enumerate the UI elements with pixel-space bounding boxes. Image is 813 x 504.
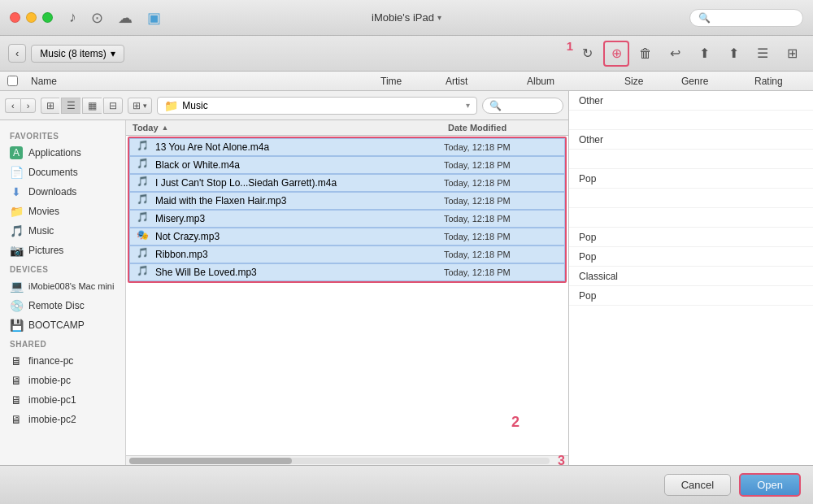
file-item[interactable]: 🎵 She Will Be Loved.mp3 Today, 12:18 PM [129, 263, 565, 281]
back-button[interactable]: ‹ [8, 44, 26, 63]
fb-search-icon: 🔍 [489, 100, 502, 111]
artist-column-header[interactable]: Artist [439, 76, 520, 87]
cancel-button[interactable]: Cancel [664, 474, 731, 496]
genre-row [569, 189, 813, 208]
genre-row [569, 208, 813, 228]
sidebar-item-imobie-pc[interactable]: 🖥 imobie-pc [0, 371, 125, 390]
check-column [0, 76, 24, 86]
grid-view-button[interactable]: ⊞ [779, 41, 805, 67]
fb-list-view[interactable]: ☰ [61, 98, 80, 114]
sidebar-item-movies[interactable]: 📁 Movies [0, 202, 125, 221]
title-dropdown-arrow[interactable]: ▾ [437, 13, 441, 22]
fb-forward-button[interactable]: › [20, 98, 37, 113]
album-column-header[interactable]: Album [520, 76, 618, 87]
fb-view-buttons: ⊞ ☰ ▦ ⊟ [41, 98, 123, 114]
file-item[interactable]: 🎵 13 You Are Not Alone.m4a Today, 12:18 … [129, 138, 565, 156]
sidebar-item-downloads[interactable]: ⬇ Downloads [0, 182, 125, 202]
sidebar-item-music[interactable]: 🎵 Music [0, 221, 125, 241]
close-button[interactable] [10, 12, 20, 23]
fb-cover-view[interactable]: ⊟ [103, 98, 123, 114]
shared-header: SHARED [0, 335, 125, 351]
devices-header: DEVICES [0, 260, 125, 276]
add-button[interactable]: ⊕ [603, 41, 629, 67]
scrollbar-thumb[interactable] [129, 458, 292, 464]
fb-sort-select[interactable]: ⊞ ▾ [128, 98, 152, 114]
sidebar-item-bootcamp[interactable]: 💾 BOOTCAMP [0, 315, 125, 335]
minimize-button[interactable] [26, 12, 37, 23]
sidebar-item-finance-pc[interactable]: 🖥 finance-pc [0, 351, 125, 371]
open-button[interactable]: Open [739, 473, 801, 497]
file-list-header: Today ▲ Date Modified [126, 120, 568, 136]
date-modified-header[interactable]: Date Modified [448, 123, 562, 133]
refresh-button[interactable]: ↻ [574, 41, 600, 67]
sidebar-item-pictures[interactable]: 📷 Pictures [0, 241, 125, 260]
file-icon-8: 🎵 [137, 265, 151, 280]
fb-icon-view[interactable]: ⊞ [41, 98, 59, 114]
export-button[interactable]: ⬆ [691, 41, 717, 67]
cloud-icon: ☁ [118, 9, 133, 27]
search-box[interactable]: 🔍 [689, 9, 803, 27]
bootcamp-icon: 💾 [10, 319, 23, 332]
genre-row: Classical [569, 267, 813, 286]
select-all-checkbox[interactable] [7, 76, 18, 86]
sidebar-item-remote-disc[interactable]: 💿 Remote Disc [0, 296, 125, 315]
favorites-header: FAVORITES [0, 127, 125, 143]
share-button[interactable]: ⬆ [720, 41, 746, 67]
file-item[interactable]: 🎵 Ribbon.mp3 Today, 12:18 PM [129, 245, 565, 263]
delete-button[interactable]: 🗑 [633, 41, 659, 67]
sort-arrow: ▲ [162, 124, 169, 132]
file-item[interactable]: 🎵 Misery.mp3 Today, 12:18 PM [129, 210, 565, 228]
name-column-header[interactable]: Name [24, 76, 374, 87]
time-column-header[interactable]: Time [374, 76, 439, 87]
device-icon: ▣ [147, 9, 161, 27]
sidebar-item-imobie-pc2[interactable]: 🖥 imobie-pc2 [0, 410, 125, 429]
main-content: ‹ › ⊞ ☰ ▦ ⊟ ⊞ ▾ 📁 Music ▾ 🔍 [0, 91, 813, 465]
restore-button[interactable]: ↩ [662, 41, 688, 67]
today-column-header[interactable]: Today ▲ [133, 123, 448, 133]
file-icon-3: 🎵 [137, 176, 151, 190]
title-icons-group: ♪ ⊙ ☁ ▣ [69, 9, 161, 27]
fb-back-button[interactable]: ‹ [5, 98, 20, 113]
sidebar-item-mac[interactable]: 💻 iMobie008's Mac mini [0, 276, 125, 296]
sidebar-item-imobie-pc1[interactable]: 🖥 imobie-pc1 [0, 390, 125, 410]
maximize-button[interactable] [42, 12, 53, 23]
right-panel: Other Other Pop Pop Pop Classical Pop [569, 91, 813, 465]
mac-icon: 💻 [10, 280, 23, 293]
location-dropdown[interactable]: ▾ [466, 101, 470, 110]
fb-search-box[interactable]: 🔍 [482, 98, 563, 114]
fb-nav-buttons: ‹ › [5, 98, 36, 113]
breadcrumb[interactable]: Music (8 items) ▾ [31, 45, 124, 63]
scrollbar-track [129, 458, 550, 464]
imobie-pc-icon: 🖥 [10, 374, 23, 387]
file-item[interactable]: 🎭 Not Crazy.mp3 Today, 12:18 PM [129, 228, 565, 245]
size-column-header[interactable]: Size [618, 76, 675, 87]
rating-column-header[interactable]: Rating [748, 76, 813, 87]
window-title: iMobie's iPad ▾ [372, 11, 441, 24]
list-view-button[interactable]: ☰ [750, 41, 776, 67]
file-item[interactable]: 🎵 Maid with the Flaxen Hair.mp3 Today, 1… [129, 192, 565, 210]
genre-row: Pop [569, 228, 813, 247]
bottom-bar: Cancel Open [0, 465, 813, 504]
badge-2: 2 [511, 414, 520, 431]
file-icon-4: 🎵 [137, 193, 151, 208]
file-item[interactable]: 🎵 Black or White.m4a Today, 12:18 PM [129, 156, 565, 174]
toolbar: ‹ Music (8 items) ▾ ↻ ⊕ 🗑 ↩ ⬆ ⬆ ☰ ⊞ 1 [0, 36, 813, 72]
fb-column-view[interactable]: ▦ [82, 98, 102, 114]
applications-icon: A [10, 146, 23, 159]
sidebar-item-applications[interactable]: A Applications [0, 143, 125, 163]
file-item[interactable]: 🎵 I Just Can't Stop Lo...Siedah Garrett)… [129, 174, 565, 192]
file-browser: ‹ › ⊞ ☰ ▦ ⊟ ⊞ ▾ 📁 Music ▾ 🔍 [0, 91, 569, 465]
sidebar: FAVORITES A Applications 📄 Documents ⬇ D… [0, 120, 126, 465]
downloads-icon: ⬇ [10, 185, 23, 198]
horizontal-scrollbar[interactable]: 3 [126, 455, 568, 465]
genre-row: Pop [569, 286, 813, 306]
genre-row [569, 111, 813, 130]
movies-icon: 📁 [10, 205, 23, 218]
file-icon-7: 🎵 [137, 247, 151, 262]
fb-location-bar[interactable]: 📁 Music ▾ [157, 97, 477, 115]
circle-icon: ⊙ [91, 9, 103, 27]
sidebar-item-documents[interactable]: 📄 Documents [0, 163, 125, 182]
breadcrumb-arrow: ▾ [111, 48, 115, 59]
genre-column-header[interactable]: Genre [675, 76, 748, 87]
music-note-icon: ♪ [69, 9, 76, 26]
